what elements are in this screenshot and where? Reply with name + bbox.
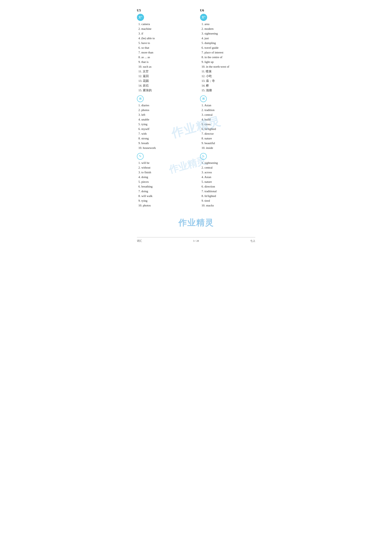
list-item: 5. pieces [139, 180, 192, 184]
u6-section-pencil: ✎ 1. sightseeing 2. central 3. across 4.… [200, 153, 255, 208]
list-item: 1. Asian [202, 103, 255, 108]
list-item: 7. traditional [202, 189, 255, 194]
list-item: 9. that is [139, 60, 192, 64]
list-item: 14. 岩石 [139, 83, 192, 88]
list-item: 4. Asian [202, 175, 255, 180]
u6-section-a-list: 1. area 2. modern 3. sightseeing 4. just… [200, 22, 255, 93]
u6-title: U6 [200, 8, 204, 12]
u5-section-pencil-list: 1. will be 2. without 3. to finish 4. do… [137, 160, 192, 208]
list-item: 6. direction [202, 184, 255, 189]
list-item: 10. such as [139, 64, 192, 69]
list-item: 2. machine [139, 26, 192, 31]
list-item: 10. snacks [202, 203, 255, 208]
list-item: 2. without [139, 165, 192, 170]
list-item: 9. beautiful [202, 141, 255, 145]
list-item: 11. 喷泉 [202, 69, 255, 74]
list-item: 2. central [202, 165, 255, 170]
list-item: 1. diaries [139, 103, 192, 108]
list-item: 2. tradition [202, 108, 255, 112]
list-item: 12. 小吃 [202, 74, 255, 78]
footer-left: 词汇 [137, 239, 142, 243]
list-item: 7. more than [139, 50, 192, 55]
list-item: 14. 桥 [202, 83, 255, 88]
u6-section-pencil-icon: ✎ [200, 153, 207, 160]
list-item: 6. travel guide [202, 45, 255, 50]
u6-section-word-list: 1. Asian 2. tradition 3. central 4. buil… [200, 103, 255, 150]
page: 作业精灵 作业精灵 U5 U6 文A 1. camera 2. machine … [127, 0, 265, 255]
list-item: 7. doing [139, 189, 192, 194]
list-item: 3. left [139, 112, 192, 117]
list-item: 9. tying [139, 198, 192, 203]
list-item: 5. have to [139, 41, 192, 45]
u5-section-a: 文A 1. camera 2. machine 3. if 4. (be) ab… [137, 14, 192, 93]
list-item: 1. camera [139, 22, 192, 26]
list-item: 4. (be) able to [139, 36, 192, 41]
list-item: 5. dumpling [202, 41, 255, 45]
list-item: 6. breathing [139, 184, 192, 189]
list-item: 6. lit/lighted [202, 127, 255, 131]
list-item: 5. cross [202, 122, 255, 127]
u6-section-word: 词 1. Asian 2. tradition 3. central 4. bu… [200, 95, 255, 150]
u6-column: 文A 1. area 2. modern 3. sightseeing 4. j… [200, 14, 255, 211]
list-item: 13. 花园 [139, 78, 192, 83]
list-item: 6. myself [139, 127, 192, 131]
list-item: 8. nature [202, 136, 255, 141]
list-item: 6. so that [139, 45, 192, 50]
u6-section-a: 文A 1. area 2. modern 3. sightseeing 4. j… [200, 14, 255, 93]
list-item: 5. tying [139, 122, 192, 127]
list-item: 10. photos [139, 203, 192, 208]
list-item: 2. photos [139, 108, 192, 112]
list-item: 4. just [202, 36, 255, 41]
list-item: 8. as ... as [139, 55, 192, 60]
footer-center: 3 / 28 [193, 239, 199, 243]
list-item: 8. strong [139, 136, 192, 141]
u5-section-pencil: ✎ 1. will be 2. without 3. to finish 4. … [137, 153, 192, 208]
page-footer: 词汇 3 / 28 七上 [137, 237, 255, 243]
list-item: 9. tired [202, 198, 255, 203]
list-item: 8. lit/lighted [202, 194, 255, 198]
main-columns: 文A 1. camera 2. machine 3. if 4. (be) ab… [137, 14, 255, 211]
list-item: 13. 庙；寺 [202, 78, 255, 83]
list-item: 7. with [139, 131, 192, 136]
list-item: 9. light up [202, 60, 255, 64]
list-item: 12. 返回 [139, 74, 192, 78]
list-item: 4. build [202, 117, 255, 122]
u5-title: U5 [137, 8, 141, 12]
list-item: 3. sightseeing [202, 31, 255, 36]
u6-section-word-icon: 词 [200, 95, 207, 102]
list-item: 1. area [202, 22, 255, 26]
u5-section-word-list: 1. diaries 2. photos 3. left 4. unable 5… [137, 103, 192, 150]
list-item: 10. in the north-west of [202, 64, 255, 69]
list-item: 8. in the centre of [202, 55, 255, 60]
list-item: 4. doing [139, 175, 192, 180]
u6-section-pencil-list: 1. sightseeing 2. central 3. across 4. A… [200, 160, 255, 208]
u5-section-a-list: 1. camera 2. machine 3. if 4. (be) able … [137, 22, 192, 93]
list-item: 4. unable [139, 117, 192, 122]
list-item: 1. will be [139, 160, 192, 165]
list-item: 3. central [202, 112, 255, 117]
list-item: 2. modern [202, 26, 255, 31]
list-item: 7. place of interest [202, 50, 255, 55]
list-item: 3. to finish [139, 170, 192, 175]
u5-section-word-icon: 词 [137, 95, 144, 102]
footer-right: 七上 [250, 239, 255, 243]
list-item: 3. across [202, 170, 255, 175]
page-header: U5 U6 [137, 8, 255, 13]
list-item: 10. housework [139, 145, 192, 150]
u5-section-word: 词 1. diaries 2. photos 3. left 4. unable… [137, 95, 192, 150]
list-item: 11. 太空 [139, 69, 192, 74]
u5-column: 文A 1. camera 2. machine 3. if 4. (be) ab… [137, 14, 192, 211]
list-item: 7. director [202, 131, 255, 136]
list-item: 15. 池塘 [202, 88, 255, 93]
bottom-logo: 作业精灵 [137, 216, 255, 229]
list-item: 15. 紧张的 [139, 88, 192, 93]
u5-section-a-icon: 文A [137, 14, 144, 21]
list-item: 9. breath [139, 141, 192, 145]
list-item: 3. if [139, 31, 192, 36]
list-item: 1. sightseeing [202, 160, 255, 165]
list-item: 5. nature [202, 180, 255, 184]
list-item: 8. will walk [139, 194, 192, 198]
list-item: 10. inside [202, 145, 255, 150]
u5-section-pencil-icon: ✎ [137, 153, 144, 160]
u6-section-a-icon: 文A [200, 14, 207, 21]
